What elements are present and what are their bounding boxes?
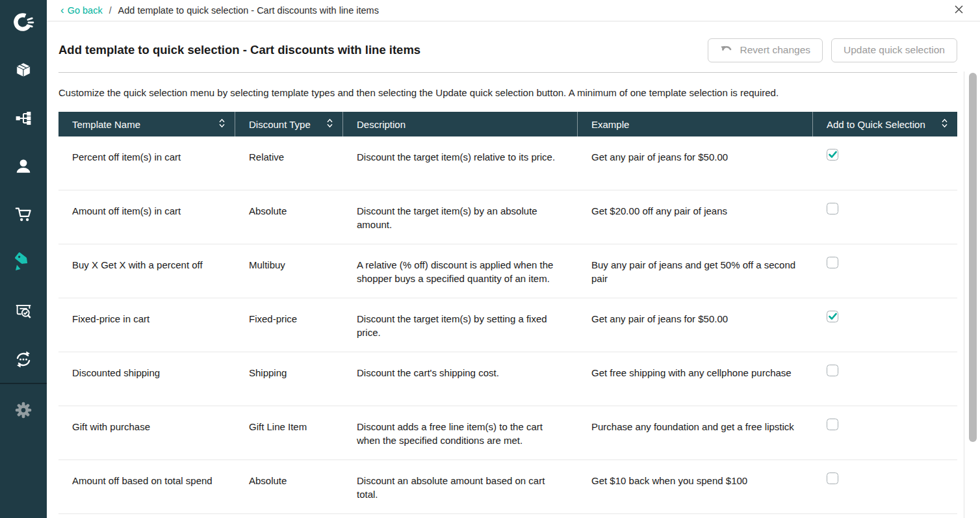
gear-icon <box>14 400 33 422</box>
cell-template-name: Amount off based on total spend <box>58 460 235 513</box>
column-label: Example <box>591 119 629 130</box>
person-icon <box>14 157 33 179</box>
sidebar-item-orders[interactable] <box>0 201 47 230</box>
checkmark-icon <box>829 205 837 213</box>
column-label: Template Name <box>72 119 140 130</box>
quick-selection-checkbox[interactable] <box>827 257 838 268</box>
cell-description: Discount adds a free line item(s) to the… <box>343 406 578 460</box>
go-back-link[interactable]: ‹ Go back <box>60 5 103 16</box>
undo-icon <box>720 44 734 57</box>
sidebar-item-discounts[interactable] <box>0 250 47 278</box>
checkmark-icon <box>829 151 837 159</box>
intro-text: Customize the quick selection menu by se… <box>58 87 957 98</box>
sort-icon[interactable] <box>941 118 948 131</box>
cell-discount-type: Absolute <box>235 460 343 513</box>
cell-template-name: Fixed-price in cart <box>58 298 235 352</box>
quick-selection-checkbox[interactable] <box>827 311 838 322</box>
sidebar-item-categories[interactable] <box>0 105 47 134</box>
cell-description: Discount an absolute amount based on car… <box>343 460 578 513</box>
column-label: Add to Quick Selection <box>827 119 925 130</box>
update-quick-selection-label: Update quick selection <box>844 44 945 56</box>
breadcrumb-title: Add template to quick selection - Cart d… <box>118 5 379 16</box>
table-row: Discounted shipping Shipping Discount th… <box>58 352 957 406</box>
sidebar-item-review[interactable] <box>0 298 47 327</box>
sidebar-item-operations[interactable] <box>0 346 47 375</box>
table-row: Percent off item(s) in cart Relative Dis… <box>58 136 957 190</box>
cell-example: Get any pair of jeans for $50.00 <box>578 298 813 352</box>
revert-changes-button[interactable]: Revert changes <box>708 38 823 62</box>
sort-icon[interactable] <box>218 118 226 131</box>
checkmark-icon <box>829 367 837 374</box>
column-header-discount-type[interactable]: Discount Type <box>235 112 343 136</box>
sitemap-icon <box>14 109 32 130</box>
cell-discount-type: Multibuy <box>235 244 343 298</box>
cell-description: A relative (% off) discount is applied w… <box>343 244 578 298</box>
revert-changes-label: Revert changes <box>740 44 810 56</box>
cell-discount-type: Fixed-price <box>235 298 343 352</box>
cell-example: Get $20.00 off any pair of jeans <box>578 190 813 244</box>
checkmark-icon <box>829 313 837 320</box>
cell-description: Discount the cart's shipping cost. <box>343 352 578 406</box>
cell-description: Discount the target item(s) by an absolu… <box>343 190 578 244</box>
table-row: Fixed-price in cart Fixed-price Discount… <box>58 298 957 352</box>
column-header-add-to-quick-selection[interactable]: Add to Quick Selection <box>813 112 957 136</box>
cell-description: Discount the target item(s) relative to … <box>343 136 578 190</box>
quick-selection-checkbox[interactable] <box>827 203 838 214</box>
close-button[interactable] <box>951 3 966 18</box>
main-content: Add template to quick selection - Cart d… <box>47 22 980 518</box>
content-edge-divider <box>964 71 964 518</box>
cell-discount-type: Gift Line Item <box>235 406 343 460</box>
close-icon <box>954 5 964 17</box>
sidebar-divider <box>0 383 47 384</box>
quick-selection-checkbox[interactable] <box>827 473 838 484</box>
column-header-template-name[interactable]: Template Name <box>58 112 235 136</box>
cell-template-name: Buy X Get X with a percent off <box>58 244 235 298</box>
table-header-row: Template Name Discount Type Description … <box>58 112 957 136</box>
quick-selection-checkbox[interactable] <box>827 149 838 161</box>
table-row: Gift with purchase Gift Line Item Discou… <box>58 406 957 460</box>
cell-example: Get any pair of jeans for $50.00 <box>578 136 813 190</box>
package-icon <box>14 60 33 83</box>
quick-selection-checkbox[interactable] <box>827 419 838 430</box>
table-row: Buy X Get X with a percent off Multibuy … <box>58 244 957 298</box>
chevron-left-icon: ‹ <box>60 5 64 16</box>
logo-icon <box>12 11 34 36</box>
cell-template-name: Amount off item(s) in cart <box>58 190 235 244</box>
column-header-description: Description <box>343 112 578 136</box>
cell-discount-type: Relative <box>235 136 343 190</box>
checkmark-icon <box>829 259 837 266</box>
cell-template-name: Discounted shipping <box>58 352 235 406</box>
sidebar-item-settings[interactable] <box>0 397 47 426</box>
breadcrumb-separator: / <box>109 5 112 16</box>
cell-template-name: Gift with purchase <box>58 406 235 460</box>
cell-example: Get $10 back when you spend $100 <box>578 460 813 513</box>
title-divider <box>58 72 957 73</box>
checkmark-icon <box>829 421 837 428</box>
column-label: Discount Type <box>249 119 311 130</box>
scrollbar-thumb[interactable] <box>969 73 977 442</box>
topbar: ‹ Go back / Add template to quick select… <box>47 0 980 21</box>
column-header-example: Example <box>578 112 813 136</box>
page-title: Add template to quick selection - Cart d… <box>58 43 420 57</box>
update-quick-selection-button[interactable]: Update quick selection <box>831 38 957 62</box>
cell-discount-type: Absolute <box>235 190 343 244</box>
sidebar-item-customers[interactable] <box>0 153 47 182</box>
table-row: Amount off based on total spend Absolute… <box>58 460 957 514</box>
cell-discount-type: Shipping <box>235 352 343 406</box>
sidebar-item-products[interactable] <box>0 57 47 86</box>
column-label: Description <box>357 119 406 130</box>
sidebar <box>0 0 47 518</box>
cell-template-name: Percent off item(s) in cart <box>58 136 235 190</box>
search-check-icon <box>14 302 33 324</box>
sort-icon[interactable] <box>326 118 333 131</box>
sync-arrows-icon <box>13 349 34 372</box>
go-back-label: Go back <box>68 5 103 16</box>
app-logo[interactable] <box>0 9 47 38</box>
quick-selection-checkbox[interactable] <box>827 365 838 376</box>
cell-example: Purchase any foundation and get a free l… <box>578 406 813 460</box>
cell-description: Discount the target item(s) by setting a… <box>343 298 578 352</box>
checkmark-icon <box>829 474 837 482</box>
table-row: Amount off item(s) in cart Absolute Disc… <box>58 190 957 244</box>
templates-table: Template Name Discount Type Description … <box>58 112 957 514</box>
cell-example: Get free shipping with any cellphone pur… <box>578 352 813 406</box>
